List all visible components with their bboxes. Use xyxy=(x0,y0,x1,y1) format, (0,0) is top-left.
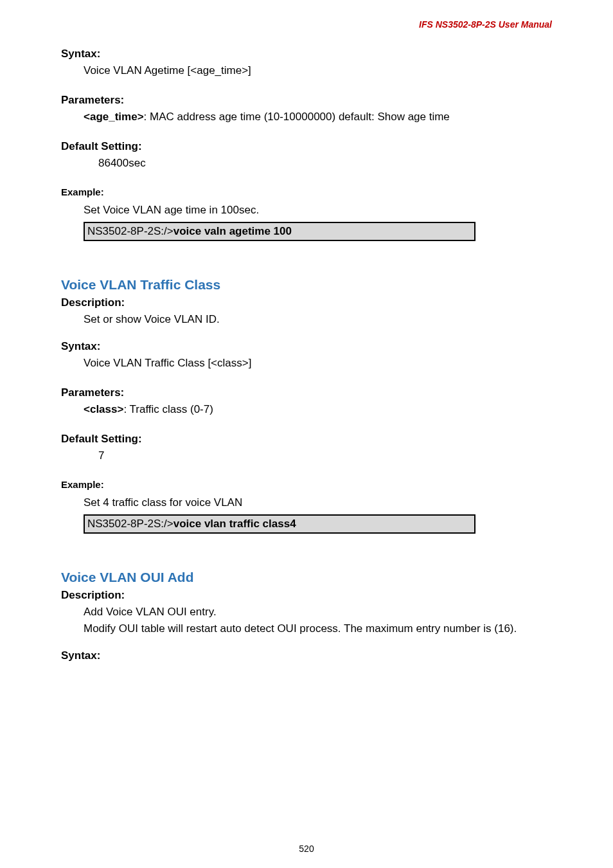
code-prefix: NS3502-8P-2S:/> xyxy=(87,518,173,530)
example-text: Set Voice VLAN age time in 100sec. xyxy=(84,204,552,217)
default-label: Default Setting: xyxy=(61,433,552,446)
description-label: Description: xyxy=(61,296,552,309)
code-command: voice vlan traffic class4 xyxy=(173,518,296,530)
syntax-text: Voice VLAN Traffic Class [<class>] xyxy=(84,357,552,370)
description-label: Description: xyxy=(61,589,552,602)
example-label: Example: xyxy=(61,186,552,197)
parameters-label: Parameters: xyxy=(61,386,552,399)
parameter-desc: : Traffic class (0-7) xyxy=(123,403,213,415)
default-value: 86400sec xyxy=(98,157,552,170)
parameter-name: <age_time> xyxy=(84,111,144,123)
description-text: Modify OUI table will restart auto detec… xyxy=(84,622,552,635)
code-box: NS3502-8P-2S:/>voice valn agetime 100 xyxy=(84,222,475,241)
code-command: voice valn agetime 100 xyxy=(173,225,292,237)
code-box: NS3502-8P-2S:/>voice vlan traffic class4 xyxy=(84,514,475,534)
example-text: Set 4 traffic class for voice VLAN xyxy=(84,496,552,509)
syntax-label: Syntax: xyxy=(61,340,552,353)
parameter-line: <age_time>: MAC address age time (10-100… xyxy=(84,111,552,123)
page-header: IFS NS3502-8P-2S User Manual xyxy=(61,19,552,30)
parameter-desc: : MAC address age time (10-10000000) def… xyxy=(144,111,450,123)
code-prefix: NS3502-8P-2S:/> xyxy=(87,225,173,237)
default-label: Default Setting: xyxy=(61,140,552,153)
section-heading: Voice VLAN Traffic Class xyxy=(61,277,552,293)
syntax-label: Syntax: xyxy=(61,649,552,662)
parameter-line: <class>: Traffic class (0-7) xyxy=(84,403,552,416)
description-text: Add Voice VLAN OUI entry. xyxy=(84,606,552,619)
description-text: Set or show Voice VLAN ID. xyxy=(84,313,552,326)
parameter-name: <class> xyxy=(84,403,123,415)
default-value: 7 xyxy=(98,449,552,462)
section-heading: Voice VLAN OUI Add xyxy=(61,570,552,585)
page-number: 520 xyxy=(0,844,613,854)
parameters-label: Parameters: xyxy=(61,94,552,107)
syntax-label: Syntax: xyxy=(61,48,552,60)
syntax-text: Voice VLAN Agetime [<age_time>] xyxy=(84,64,552,77)
example-label: Example: xyxy=(61,479,552,490)
